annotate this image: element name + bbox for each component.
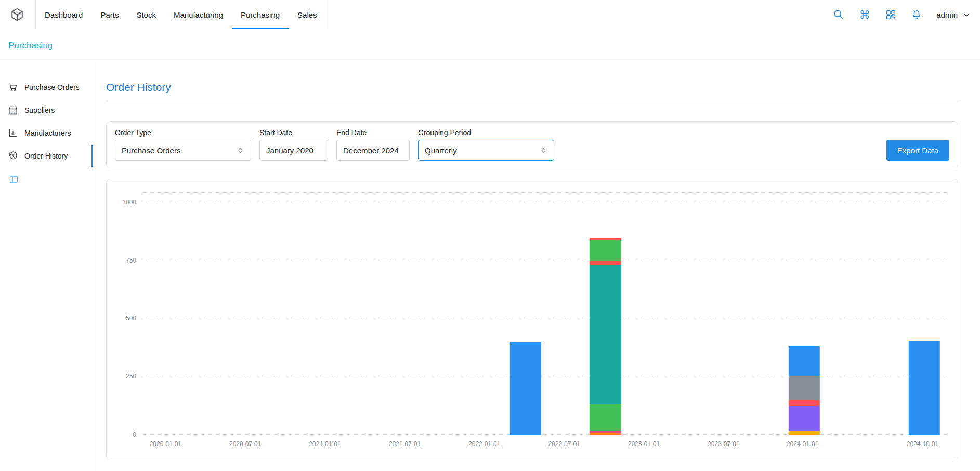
bar-segment xyxy=(908,341,939,435)
gridline xyxy=(143,192,948,193)
bar-segment xyxy=(789,400,820,406)
bar-segment xyxy=(590,240,621,261)
chart-bar[interactable] xyxy=(590,238,621,435)
history-clock-icon xyxy=(8,151,18,161)
content-area: Purchase Orders Suppliers Manufacture xyxy=(0,62,980,471)
page-title: Order History xyxy=(106,80,958,95)
chart-bar[interactable] xyxy=(908,341,939,435)
title-divider xyxy=(106,103,958,103)
x-tick-label: 2024-01-01 xyxy=(787,440,818,448)
y-tick-label: 0 xyxy=(133,431,136,438)
start-date-field: Start Date January 2020 xyxy=(259,128,328,161)
gridline xyxy=(143,434,948,435)
shopping-cart-icon xyxy=(8,82,18,93)
sidebar-item-label: Suppliers xyxy=(24,106,55,114)
chart-plot: 025050075010002020-01-012020-07-012021-0… xyxy=(143,193,948,435)
sidebar-item-purchase-orders[interactable]: Purchase Orders xyxy=(0,76,93,99)
notifications-bell-icon[interactable] xyxy=(910,8,923,21)
gridline xyxy=(143,318,948,318)
end-date-value: December 2024 xyxy=(343,146,399,155)
main-panel: Order History Order Type Purchase Orders… xyxy=(93,62,980,471)
username-label: admin xyxy=(936,10,958,19)
export-data-button[interactable]: Export Data xyxy=(886,140,949,161)
bar-segment xyxy=(789,346,820,376)
x-tick-label: 2020-01-01 xyxy=(150,440,181,448)
order-type-label: Order Type xyxy=(115,128,251,137)
order-history-chart-card: 025050075010002020-01-012020-07-012021-0… xyxy=(106,179,958,460)
grouping-period-select[interactable]: Quarterly xyxy=(418,140,554,161)
selector-chevrons-icon xyxy=(540,147,547,154)
nav-tab-parts[interactable]: Parts xyxy=(92,0,127,29)
sidebar-item-label: Order History xyxy=(24,152,68,160)
breadcrumb-link-purchasing[interactable]: Purchasing xyxy=(8,41,53,51)
grouping-period-field: Grouping Period Quarterly xyxy=(418,128,554,161)
header-actions: ⌘ admin xyxy=(832,8,971,21)
main-nav: Dashboard Parts Stock Manufacturing Purc… xyxy=(35,0,326,29)
x-tick-label: 2023-07-01 xyxy=(708,440,739,448)
breadcrumb: Purchasing xyxy=(0,29,980,62)
y-tick-label: 1000 xyxy=(122,199,136,206)
end-date-input[interactable]: December 2024 xyxy=(336,140,410,161)
y-tick-label: 500 xyxy=(126,315,136,322)
building-store-icon xyxy=(8,105,18,115)
nav-tab-sales[interactable]: Sales xyxy=(289,0,326,29)
x-tick-label: 2022-07-01 xyxy=(548,440,580,448)
grouping-period-value: Quarterly xyxy=(425,146,457,155)
filter-panel: Order Type Purchase Orders Start Date Ja… xyxy=(106,121,958,168)
bar-segment xyxy=(590,265,621,404)
search-icon[interactable] xyxy=(832,8,845,21)
chart-bar[interactable] xyxy=(789,346,820,435)
top-navbar: Dashboard Parts Stock Manufacturing Purc… xyxy=(0,0,980,29)
user-menu[interactable]: admin xyxy=(936,10,971,19)
bar-segment xyxy=(590,404,621,430)
selector-chevrons-icon xyxy=(237,147,244,154)
start-date-value: January 2020 xyxy=(266,146,313,155)
gridline xyxy=(143,376,948,376)
end-date-field: End Date December 2024 xyxy=(336,128,410,161)
bar-chart-icon xyxy=(8,128,18,138)
start-date-input[interactable]: January 2020 xyxy=(259,140,328,161)
end-date-label: End Date xyxy=(336,128,410,137)
command-glyph: ⌘ xyxy=(859,9,870,20)
x-tick-label: 2024-10-01 xyxy=(907,440,938,448)
qr-scan-icon[interactable] xyxy=(884,8,897,21)
gridline xyxy=(143,260,948,260)
order-type-select[interactable]: Purchase Orders xyxy=(115,140,251,161)
x-tick-label: 2020-07-01 xyxy=(229,440,261,448)
order-type-field: Order Type Purchase Orders xyxy=(115,128,251,161)
bar-segment xyxy=(510,342,541,435)
sidebar-item-suppliers[interactable]: Suppliers xyxy=(0,99,93,122)
bar-segment xyxy=(789,376,820,400)
chart-bar[interactable] xyxy=(510,342,541,435)
app-logo-icon[interactable] xyxy=(8,6,26,23)
gridline xyxy=(143,202,948,202)
y-tick-label: 250 xyxy=(126,373,136,380)
y-tick-label: 750 xyxy=(126,257,136,264)
grouping-period-label: Grouping Period xyxy=(418,128,554,137)
bar-segment xyxy=(590,433,621,435)
x-tick-label: 2021-07-01 xyxy=(389,440,421,448)
x-tick-label: 2023-01-01 xyxy=(628,440,660,448)
order-type-value: Purchase Orders xyxy=(122,146,180,155)
nav-tab-purchasing[interactable]: Purchasing xyxy=(232,0,289,29)
command-palette-icon[interactable]: ⌘ xyxy=(858,8,871,21)
sidebar: Purchase Orders Suppliers Manufacture xyxy=(0,62,93,471)
x-tick-label: 2022-01-01 xyxy=(468,440,500,448)
bar-segment xyxy=(789,431,820,435)
sidebar-item-label: Manufacturers xyxy=(24,129,71,137)
nav-tab-manufacturing[interactable]: Manufacturing xyxy=(165,0,232,29)
nav-tab-dashboard[interactable]: Dashboard xyxy=(36,0,92,29)
start-date-label: Start Date xyxy=(259,128,328,137)
collapse-sidebar-icon[interactable] xyxy=(9,175,19,185)
bar-segment xyxy=(789,406,820,431)
app-root: Dashboard Parts Stock Manufacturing Purc… xyxy=(0,0,980,471)
x-tick-label: 2021-01-01 xyxy=(309,440,341,448)
sidebar-item-manufacturers[interactable]: Manufacturers xyxy=(0,122,93,145)
chevron-down-icon xyxy=(962,10,971,19)
sidebar-item-label: Purchase Orders xyxy=(24,83,80,91)
sidebar-item-order-history[interactable]: Order History xyxy=(0,145,93,167)
nav-tab-stock[interactable]: Stock xyxy=(127,0,165,29)
